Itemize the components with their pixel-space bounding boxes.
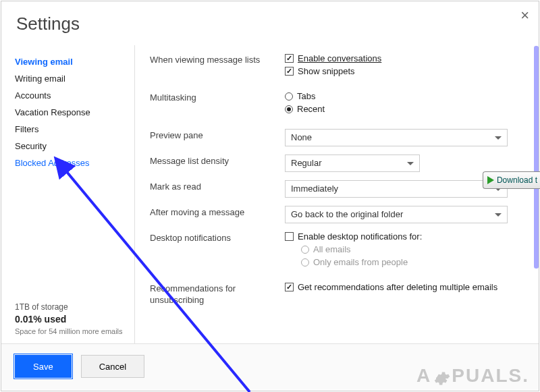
storage-used: 0.01% used <box>15 313 134 327</box>
scrollbar-thumb[interactable] <box>534 46 539 269</box>
select-after-move[interactable]: Go back to the original folder <box>285 206 508 223</box>
text-recommendations: Get recommendations after deleting multi… <box>298 282 497 292</box>
select-density[interactable]: Regular <box>285 155 420 172</box>
close-icon[interactable]: × <box>520 8 529 23</box>
sidebar-item-security[interactable]: Security <box>15 138 134 155</box>
sidebar-item-accounts[interactable]: Accounts <box>15 87 134 104</box>
label-recommendations: Recommendations for unsubscribing <box>150 282 285 306</box>
radio-people-emails[interactable] <box>301 258 309 267</box>
download-text: Download t <box>497 175 537 185</box>
text-all-emails: All emails <box>313 244 351 254</box>
label-multitasking: Multitasking <box>150 91 285 104</box>
scrollbar-track[interactable] <box>534 46 539 345</box>
checkbox-enable-conversations[interactable] <box>285 54 294 63</box>
download-overlay[interactable]: Download t <box>483 171 540 189</box>
select-preview-pane[interactable]: None <box>285 129 508 146</box>
radio-recent[interactable] <box>285 105 293 113</box>
storage-remaining: Space for 54 million more emails <box>15 327 134 337</box>
sidebar-item-blocked-addresses[interactable]: Blocked Addresses <box>15 155 134 171</box>
radio-all-emails[interactable] <box>301 246 309 254</box>
sidebar-item-filters[interactable]: Filters <box>15 121 134 138</box>
label-preview-pane: Preview pane <box>150 129 285 142</box>
gear-icon <box>433 367 450 385</box>
label-desktop-notifications: Desktop notifications <box>150 231 285 244</box>
watermark-puals: PUALS. <box>452 365 529 387</box>
label-after-move: After moving a message <box>150 206 285 219</box>
text-show-snippets: Show snippets <box>298 66 355 76</box>
watermark: A PUALS. <box>416 365 529 387</box>
sidebar-item-writing-email[interactable]: Writing email <box>15 70 134 87</box>
text-enable-desktop-notifications: Enable desktop notifications for: <box>298 231 422 242</box>
play-icon <box>487 176 494 184</box>
page-title: Settings <box>1 1 539 45</box>
link-enable-conversations[interactable]: Enable conversations <box>298 53 381 63</box>
label-density: Message list density <box>150 155 285 167</box>
cancel-button[interactable]: Cancel <box>81 355 144 378</box>
radio-tabs[interactable] <box>285 92 293 101</box>
storage-total: 1TB of storage <box>15 302 134 313</box>
checkbox-recommendations[interactable] <box>285 283 294 291</box>
checkbox-enable-desktop-notifications[interactable] <box>285 232 294 241</box>
sidebar-item-viewing-email[interactable]: Viewing email <box>15 53 134 70</box>
text-tabs: Tabs <box>297 91 315 101</box>
text-recent: Recent <box>297 104 325 114</box>
checkbox-show-snippets[interactable] <box>285 67 294 76</box>
label-mark-read: Mark as read <box>150 180 285 193</box>
watermark-a: A <box>416 365 431 387</box>
settings-content: When viewing message lists Enable conver… <box>135 45 539 343</box>
save-button[interactable]: Save <box>15 355 72 378</box>
settings-sidebar: Viewing email Writing email Accounts Vac… <box>1 45 135 343</box>
text-people-emails: Only emails from people <box>313 257 408 267</box>
sidebar-item-vacation-response[interactable]: Vacation Response <box>15 104 134 121</box>
label-viewing-lists: When viewing message lists <box>150 53 285 66</box>
select-mark-read[interactable]: Immediately <box>285 180 508 198</box>
storage-info: 1TB of storage 0.01% used Space for 54 m… <box>15 302 134 343</box>
